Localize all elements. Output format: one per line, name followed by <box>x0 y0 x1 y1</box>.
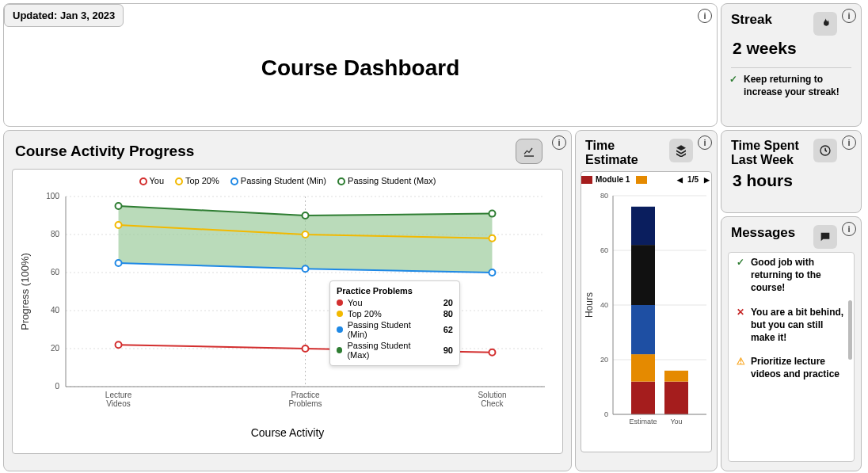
prev-page-button[interactable]: ◀ <box>675 175 684 185</box>
info-icon[interactable]: i <box>698 135 712 150</box>
activity-legend: You Top 20% Passing Student (Min) Passin… <box>13 170 562 189</box>
swatch-module2 <box>636 176 647 184</box>
info-icon[interactable]: i <box>552 135 566 150</box>
chat-icon <box>813 225 837 249</box>
svg-point-13 <box>116 341 122 348</box>
svg-text:Practice: Practice <box>291 391 320 399</box>
svg-text:Check: Check <box>481 399 504 408</box>
svg-text:You: You <box>670 418 682 425</box>
svg-text:60: 60 <box>600 246 608 254</box>
svg-text:Videos: Videos <box>106 399 130 408</box>
svg-rect-48 <box>631 207 655 245</box>
svg-text:20: 20 <box>600 356 608 364</box>
page-indicator: 1/5 <box>687 175 699 184</box>
flame-icon <box>813 12 837 36</box>
svg-point-19 <box>116 260 122 266</box>
message-item: ✓Good job with returning to the course! <box>729 253 854 295</box>
svg-text:40: 40 <box>600 301 608 309</box>
svg-text:0: 0 <box>55 382 59 391</box>
svg-text:100: 100 <box>46 192 59 200</box>
svg-rect-46 <box>631 305 655 354</box>
clock-icon <box>813 139 837 162</box>
messages-title: Messages <box>731 225 795 241</box>
svg-text:Estimate: Estimate <box>629 418 657 425</box>
activity-tooltip: Practice Problems You20 Top 20%80 Passin… <box>329 280 460 366</box>
svg-point-18 <box>489 235 495 242</box>
time-spent-value: 3 hours <box>721 171 861 198</box>
svg-text:Lecture: Lecture <box>105 391 132 399</box>
svg-text:Progress (100%): Progress (100%) <box>19 253 31 330</box>
swatch-module1 <box>581 176 592 184</box>
svg-text:Hours: Hours <box>584 292 595 318</box>
streak-title: Streak <box>731 12 772 28</box>
streak-panel: i Streak 2 weeks ✓ Keep returning to inc… <box>721 3 862 127</box>
svg-rect-50 <box>664 381 688 414</box>
scrollbar-thumb[interactable] <box>848 300 852 360</box>
next-page-button[interactable]: ▶ <box>702 175 711 185</box>
svg-text:Problems: Problems <box>288 399 322 408</box>
activity-chart: You Top 20% Passing Student (Min) Passin… <box>12 169 563 454</box>
svg-text:20: 20 <box>51 344 60 353</box>
time-estimate-title: Time Estimate <box>585 139 641 168</box>
svg-text:60: 60 <box>51 268 60 277</box>
svg-rect-51 <box>664 371 688 382</box>
layers-icon <box>669 139 693 162</box>
svg-text:80: 80 <box>600 192 608 200</box>
svg-rect-44 <box>631 381 655 414</box>
svg-point-14 <box>303 345 309 352</box>
tooltip-title: Practice Problems <box>337 286 453 297</box>
svg-point-17 <box>303 231 309 238</box>
info-icon[interactable]: i <box>842 222 856 236</box>
messages-list: ✓Good job with returning to the course! … <box>728 252 855 462</box>
svg-text:80: 80 <box>51 230 60 238</box>
svg-point-15 <box>489 349 495 356</box>
svg-point-22 <box>116 203 122 209</box>
chart-type-button[interactable] <box>516 139 542 164</box>
time-spent-panel: i Time Spent Last Week 3 hours <box>721 130 862 213</box>
dashboard-header: i Updated: Jan 3, 2023 Course Dashboard <box>3 3 718 127</box>
svg-text:0: 0 <box>604 410 608 418</box>
time-estimate-panel: i Time Estimate Module 1 ◀ 1/5 ▶ 0204060… <box>575 130 718 471</box>
divider <box>731 67 851 68</box>
info-icon[interactable]: i <box>698 9 712 23</box>
updated-tag: Updated: Jan 3, 2023 <box>4 4 124 27</box>
activity-title: Course Activity Progress <box>15 143 194 160</box>
activity-panel: i Course Activity Progress You Top 20% P… <box>3 130 572 471</box>
streak-tip: ✓ Keep returning to increase your streak… <box>721 70 861 98</box>
legend-label: Module 1 <box>596 175 630 184</box>
messages-panel: i Messages ✓Good job with returning to t… <box>721 216 862 471</box>
svg-point-23 <box>303 212 309 219</box>
svg-point-20 <box>303 265 309 272</box>
info-icon[interactable]: i <box>842 135 856 150</box>
time-spent-title: Time Spent Last Week <box>731 139 810 168</box>
time-estimate-chart: Module 1 ◀ 1/5 ▶ 020406080EstimateYouHou… <box>581 171 712 452</box>
info-icon[interactable]: i <box>842 9 856 23</box>
svg-rect-45 <box>631 354 655 382</box>
message-item: ✕You are a bit behind, but you can still… <box>729 303 854 345</box>
svg-point-21 <box>489 269 495 276</box>
message-item: ⚠Prioritize lecture videos and practice <box>729 352 854 380</box>
svg-point-16 <box>116 222 122 228</box>
svg-rect-47 <box>631 245 655 305</box>
svg-point-24 <box>489 211 495 217</box>
svg-text:Solution: Solution <box>478 391 506 399</box>
svg-text:40: 40 <box>51 306 60 315</box>
streak-value: 2 weeks <box>721 39 861 66</box>
activity-xlabel: Course Activity <box>13 426 562 444</box>
page-title: Course Dashboard <box>4 55 717 81</box>
